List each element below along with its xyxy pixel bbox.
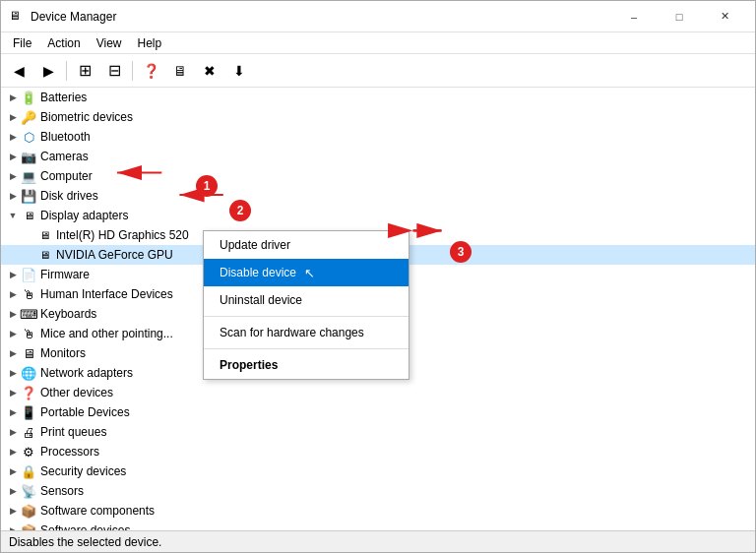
label-printqueues: Print queues [40,425,106,439]
tree-item-processors[interactable]: ▶ ⚙ Processors [1,442,755,461]
ctx-separator-1 [204,316,409,317]
icon-humaninterface: 🖱 [21,286,36,302]
tree-item-otherdevices[interactable]: ▶ ❓ Other devices [1,383,755,402]
context-menu: Update driver Disable device ↖ Uninstall… [203,230,410,380]
icon-intel: 🖥 [36,227,52,243]
status-bar: Disables the selected device. [1,530,755,552]
ctx-update-driver[interactable]: Update driver [204,231,409,259]
icon-sensors: 📡 [21,483,36,499]
expand-processors[interactable]: ▶ [5,444,21,460]
expand-security[interactable]: ▶ [5,463,21,479]
icon-cameras: 📷 [21,149,36,164]
tree-item-diskdrives[interactable]: ▶ 💾 Disk drives [1,186,755,206]
tree-item-bluetooth[interactable]: ▶ ⬡ Bluetooth [1,127,755,147]
tree-item-biometric[interactable]: ▶ 🔑 Biometric devices [1,107,755,127]
device-manager-window: 🖥 Device Manager – □ ✕ File Action View … [0,0,756,553]
tree-item-security[interactable]: ▶ 🔒 Security devices [1,461,755,481]
expand-portabledevices[interactable]: ▶ [5,404,21,420]
label-nvidia: NVIDIA GeForce GPU [56,248,173,262]
label-mice: Mice and other pointing... [40,327,173,340]
expand-computer[interactable]: ▶ [5,168,21,184]
scan-button[interactable]: ⬇ [225,57,253,85]
tree-item-software-comp[interactable]: ▶ 📦 Software components [1,501,755,521]
tree-item-portabledevices[interactable]: ▶ 📱 Portable Devices [1,402,755,422]
icon-otherdevices: ❓ [21,385,36,400]
collapse-button[interactable]: ⊟ [100,57,128,85]
menu-view[interactable]: View [89,34,130,52]
expand-bluetooth[interactable]: ▶ [5,129,21,145]
label-diskdrives: Disk drives [40,189,98,203]
expand-networkadapters[interactable]: ▶ [5,365,21,381]
icon-computer: 💻 [21,168,36,184]
ctx-separator-2 [204,348,409,349]
menu-file[interactable]: File [5,34,39,52]
label-networkadapters: Network adapters [40,366,133,380]
expand-cameras[interactable]: ▶ [5,149,21,164]
ctx-uninstall-device[interactable]: Uninstall device [204,286,409,314]
expand-sensors[interactable]: ▶ [5,483,21,499]
properties-button[interactable]: ❓ [137,57,164,85]
ctx-disable-device[interactable]: Disable device ↖ [204,259,409,286]
ctx-scan-changes[interactable]: Scan for hardware changes [204,319,409,346]
title-bar-left: 🖥 Device Manager [9,9,116,25]
icon-monitors: 🖥 [21,345,36,361]
window-title: Device Manager [31,10,116,24]
expand-otherdevices[interactable]: ▶ [5,385,21,400]
label-firmware: Firmware [40,268,90,281]
icon-software-dev: 📦 [21,522,36,530]
toolbar: ◀ ▶ ⊞ ⊟ ❓ 🖥 ✖ ⬇ [1,54,755,88]
label-software-dev: Software devices [40,523,130,530]
icon-batteries: 🔋 [21,90,36,105]
icon-printqueues: 🖨 [21,424,36,440]
expand-nvidia [21,247,36,263]
minimize-button[interactable]: – [611,1,657,32]
label-otherdevices: Other devices [40,386,113,399]
expand-software-dev[interactable]: ▶ [5,522,21,530]
icon-diskdrives: 💾 [21,188,36,204]
label-biometric: Biometric devices [40,110,133,124]
expand-printqueues[interactable]: ▶ [5,424,21,440]
label-keyboards: Keyboards [40,307,96,321]
tree-item-software-dev[interactable]: ▶ 📦 Software devices [1,521,755,530]
expand-biometric[interactable]: ▶ [5,109,21,125]
toolbar-separator-2 [132,61,133,81]
back-button[interactable]: ◀ [5,57,32,85]
icon-biometric: 🔑 [21,109,36,125]
icon-bluetooth: ⬡ [21,129,36,145]
close-button[interactable]: ✕ [702,1,747,32]
expand-batteries[interactable]: ▶ [5,90,21,105]
expand-monitors[interactable]: ▶ [5,345,21,361]
label-portabledevices: Portable Devices [40,405,130,419]
forward-button[interactable]: ▶ [34,57,62,85]
app-icon: 🖥 [9,9,25,25]
expand-mice[interactable]: ▶ [5,326,21,341]
tree-item-computer[interactable]: ▶ 💻 Computer [1,166,755,186]
update-driver-button[interactable]: 🖥 [166,57,194,85]
menu-help[interactable]: Help [130,34,170,52]
menu-action[interactable]: Action [39,34,88,52]
tree-item-displayadapters[interactable]: ▼ 🖥 Display adapters [1,206,755,225]
expand-software-comp[interactable]: ▶ [5,503,21,519]
label-sensors: Sensors [40,484,84,498]
icon-displayadapters: 🖥 [21,208,36,223]
ctx-properties[interactable]: Properties [204,351,409,379]
tree-item-sensors[interactable]: ▶ 📡 Sensors [1,481,755,501]
label-software-comp: Software components [40,504,155,518]
expand-firmware[interactable]: ▶ [5,267,21,282]
expand-displayadapters[interactable]: ▼ [5,208,21,223]
expand-diskdrives[interactable]: ▶ [5,188,21,204]
tree-pane[interactable]: ▶ 🔋 Batteries ▶ 🔑 Biometric devices ▶ ⬡ … [1,88,755,530]
label-processors: Processors [40,445,99,459]
uninstall-button[interactable]: ✖ [196,57,223,85]
tree-item-printqueues[interactable]: ▶ 🖨 Print queues [1,422,755,442]
icon-firmware: 📄 [21,267,36,282]
label-cameras: Cameras [40,150,89,163]
tree-item-cameras[interactable]: ▶ 📷 Cameras [1,147,755,166]
title-bar: 🖥 Device Manager – □ ✕ [1,1,755,32]
expand-humaninterface[interactable]: ▶ [5,286,21,302]
tree-item-batteries[interactable]: ▶ 🔋 Batteries [1,88,755,107]
maximize-button[interactable]: □ [657,1,702,32]
expand-button[interactable]: ⊞ [71,57,98,85]
label-intel: Intel(R) HD Graphics 520 [56,228,189,242]
label-batteries: Batteries [40,91,87,104]
